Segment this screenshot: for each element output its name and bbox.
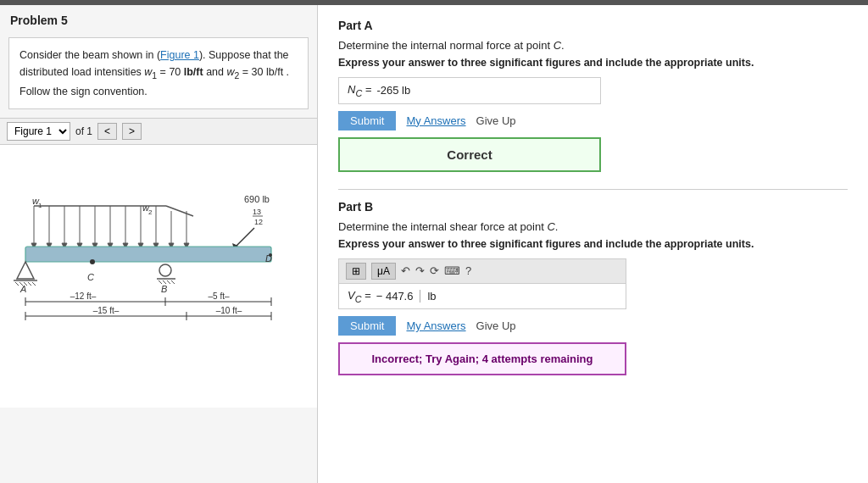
svg-text:C: C [87, 272, 94, 282]
svg-text:–15 ft–: –15 ft– [93, 306, 120, 315]
svg-line-50 [171, 280, 175, 284]
figure-of: of 1 [75, 125, 92, 137]
toolbar-keyboard-icon[interactable]: ⌨ [444, 264, 460, 277]
part-b-incorrect-box: Incorrect; Try Again; 4 attempts remaini… [338, 342, 626, 375]
svg-line-49 [167, 280, 170, 284]
svg-text:–5 ft–: –5 ft– [208, 291, 229, 301]
beam-diagram: w 1 w 2 690 lb 13 12 [8, 153, 297, 382]
part-a-answer-value: -265 lb [376, 84, 410, 97]
part-b-question: Determine the internal shear force at po… [338, 220, 848, 233]
svg-text:690 lb: 690 lb [244, 194, 270, 204]
main-container: Problem 5 Consider the beam shown in (Fi… [0, 5, 868, 483]
part-a-action-row: Submit My Answers Give Up [338, 111, 848, 130]
toolbar-undo-icon[interactable]: ↶ [401, 264, 410, 277]
svg-text:2: 2 [148, 208, 153, 216]
problem-description: Consider the beam shown in (Figure 1). S… [8, 37, 309, 109]
svg-rect-34 [25, 247, 271, 262]
svg-line-31 [166, 206, 193, 216]
svg-text:–12 ft–: –12 ft– [70, 291, 97, 301]
right-panel: Part A Determine the internal normal for… [318, 5, 868, 483]
svg-line-32 [234, 228, 254, 248]
part-b-answer-label: VC = [348, 289, 371, 304]
part-b-answer-value: − 447.6 [376, 290, 414, 303]
svg-text:12: 12 [254, 218, 263, 226]
toolbar-help-icon[interactable]: ? [465, 264, 471, 277]
part-b-give-up-link[interactable]: Give Up [476, 319, 516, 332]
svg-point-45 [159, 264, 171, 276]
part-a-title: Part A [338, 19, 848, 32]
part-b-submit-btn[interactable]: Submit [338, 316, 396, 336]
svg-line-40 [28, 282, 31, 286]
svg-line-37 [15, 282, 19, 286]
part-b-section: Part B Determine the internal shear forc… [338, 200, 848, 376]
svg-point-53 [269, 253, 272, 257]
figure-link[interactable]: Figure 1 [160, 49, 199, 61]
svg-text:B: B [161, 284, 167, 294]
toolbar-redo-icon[interactable]: ↷ [415, 264, 425, 277]
left-panel: Problem 5 Consider the beam shown in (Fi… [0, 5, 318, 483]
toolbar-matrix-btn[interactable]: ⊞ [346, 263, 366, 280]
part-a-answer-row: NC = -265 lb [338, 77, 601, 104]
part-b-title: Part B [338, 200, 848, 214]
part-a-section: Part A Determine the internal normal for… [338, 19, 848, 172]
part-b-toolbar: ⊞ μA ↶ ↷ ⟳ ⌨ ? [338, 258, 626, 284]
part-divider [338, 189, 848, 190]
nav-prev-btn[interactable]: < [97, 123, 117, 140]
part-a-correct-box: Correct [338, 137, 601, 172]
part-a-my-answers-link[interactable]: My Answers [406, 114, 465, 127]
svg-text:A: A [19, 284, 26, 294]
toolbar-mu-btn[interactable]: μA [371, 263, 396, 280]
part-b-instruction: Express your answer to three significant… [338, 238, 848, 250]
part-a-submit-btn[interactable]: Submit [338, 111, 396, 130]
part-b-action-row: Submit My Answers Give Up [338, 316, 848, 336]
problem-title: Problem 5 [0, 5, 317, 32]
svg-text:–10 ft–: –10 ft– [216, 306, 242, 315]
svg-text:13: 13 [253, 208, 261, 216]
part-a-answer-label: NC = [348, 83, 371, 98]
toolbar-refresh-icon[interactable]: ⟳ [430, 264, 439, 277]
part-b-answer-row: VC = − 447.6 lb [338, 284, 626, 310]
part-a-instruction: Express your answer to three significant… [338, 57, 848, 69]
svg-point-44 [90, 259, 95, 264]
figure-select[interactable]: Figure 1 [7, 122, 70, 141]
part-b-unit: lb [420, 290, 436, 303]
part-a-give-up-link[interactable]: Give Up [476, 114, 516, 127]
svg-marker-35 [17, 262, 34, 279]
figure-area: w 1 w 2 690 lb 13 12 [0, 145, 317, 408]
part-b-my-answers-link[interactable]: My Answers [406, 319, 465, 332]
nav-next-btn[interactable]: > [122, 123, 142, 140]
figure-controls: Figure 1 of 1 < > [0, 118, 317, 145]
part-a-question: Determine the internal normal force at p… [338, 39, 848, 52]
svg-line-41 [32, 282, 36, 286]
